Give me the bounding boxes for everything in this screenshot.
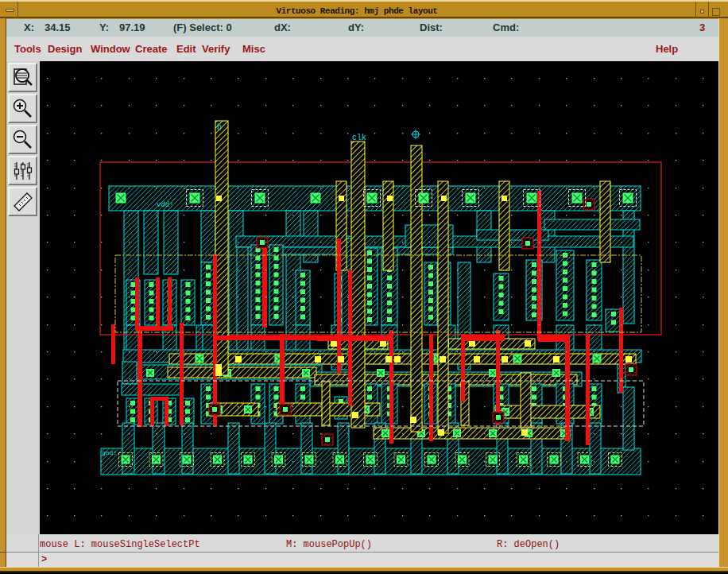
svg-text:gnd!: gnd! (102, 449, 117, 456)
svg-text:vdd!: vdd! (157, 201, 174, 209)
svg-text:clk: clk (352, 134, 366, 142)
svg-text:b: b (217, 123, 222, 132)
